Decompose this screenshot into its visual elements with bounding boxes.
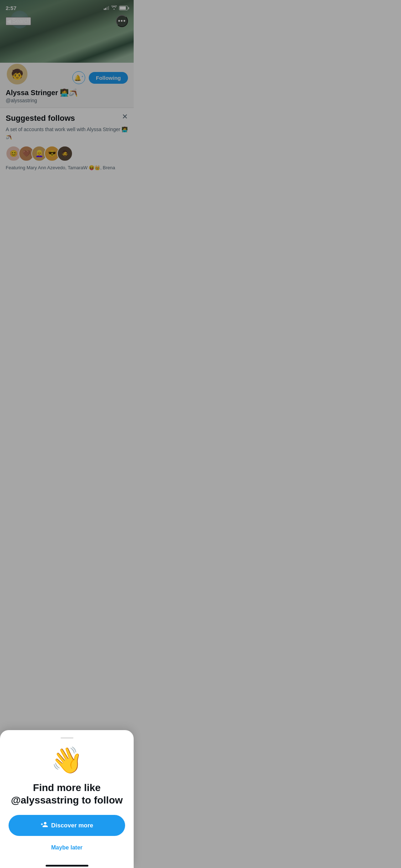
dim-overlay	[0, 0, 134, 289]
